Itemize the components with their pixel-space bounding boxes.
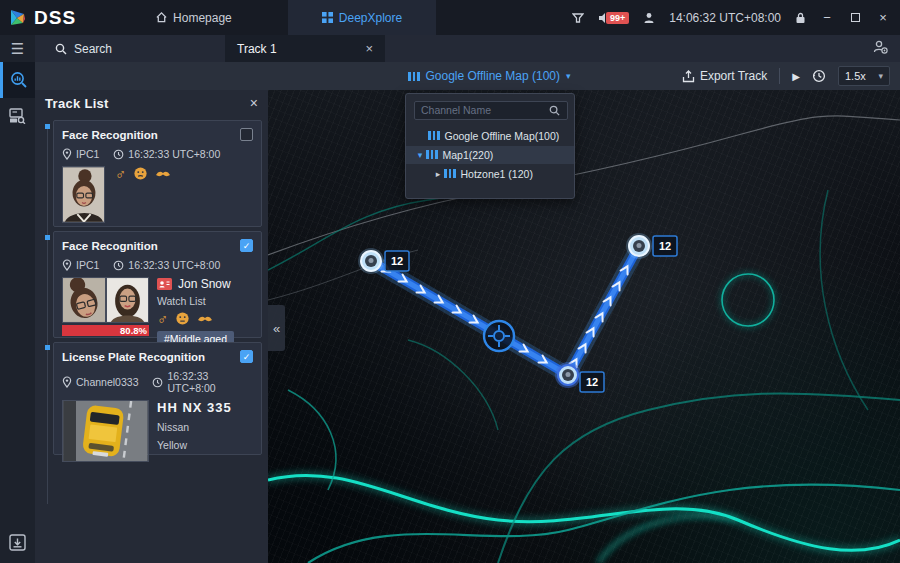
- clock-time: 14:06:32 UTC+08:00: [669, 11, 781, 25]
- svg-text:12: 12: [586, 376, 598, 388]
- locate-target-icon[interactable]: [484, 321, 514, 351]
- map-layers-icon: [444, 169, 456, 178]
- panel-collapse-handle[interactable]: «: [268, 305, 285, 351]
- maximize-button[interactable]: [848, 10, 862, 25]
- camera-marker-3[interactable]: [626, 233, 652, 259]
- person-name: Jon Snow: [178, 277, 231, 291]
- card-type-label: License Plate Recognition: [62, 351, 205, 363]
- track-card-face-1[interactable]: Face Recognition IPC1 16:32:33 UTC+8:00: [53, 120, 262, 227]
- export-icon: [682, 70, 695, 83]
- track-list-panel: Track List × Face Recognition IPC1 16:32…: [35, 90, 268, 563]
- tab-deepxplore[interactable]: DeepXplore: [288, 0, 436, 35]
- close-window-button[interactable]: ×: [876, 10, 890, 25]
- play-track-button[interactable]: ▶: [792, 71, 800, 82]
- chevron-down-icon[interactable]: ▾: [414, 150, 426, 160]
- timeline-dot: [45, 124, 50, 129]
- lock-icon[interactable]: [795, 12, 806, 24]
- tree-item-label: Google Offline Map(100): [445, 130, 560, 142]
- card-type-label: Face Recognition: [62, 240, 158, 252]
- map-selector-dropdown[interactable]: Google Offline Map (100) ▾: [408, 69, 571, 83]
- track-card-face-2[interactable]: Face Recognition ✓ IPC1 16:32:33 UTC+8:0…: [53, 231, 262, 338]
- tree-item-map1[interactable]: ▾ Map1(220): [406, 146, 574, 164]
- id-card-icon: [157, 278, 172, 290]
- svg-text:12: 12: [659, 240, 671, 252]
- attribute-icons: ♂: [115, 166, 171, 181]
- location-pin-icon: [62, 376, 72, 388]
- timeline-line: [47, 124, 48, 504]
- playback-speed-value: 1.5x: [845, 70, 866, 82]
- export-track-button[interactable]: Export Track: [682, 69, 767, 83]
- map-layers-icon: [408, 72, 420, 81]
- map-shoreline: [268, 116, 900, 255]
- attribute-icons: ♂: [157, 311, 234, 326]
- male-icon: ♂: [157, 311, 168, 326]
- camera-marker-2[interactable]: [555, 362, 581, 388]
- clock-icon: [113, 149, 124, 160]
- alarm-indicator[interactable]: 99+: [598, 12, 629, 24]
- card-type-label: Face Recognition: [62, 129, 158, 141]
- user-settings-icon[interactable]: [873, 40, 888, 54]
- playback-speed-select[interactable]: 1.5x ▾: [838, 66, 890, 86]
- history-icon[interactable]: [812, 69, 826, 83]
- clock-icon: [113, 260, 124, 271]
- tree-item-google-offline-map[interactable]: Google Offline Map(100): [414, 127, 566, 145]
- titlebar: DSS Homepage DeepXplore: [0, 0, 900, 35]
- similarity-value: 80.8%: [120, 325, 147, 336]
- tab-search-label: Search: [74, 42, 112, 56]
- face-snapshot[interactable]: [62, 166, 105, 223]
- menu-hamburger-icon[interactable]: ☰: [0, 35, 35, 62]
- male-icon: ♂: [115, 166, 126, 181]
- sidebar-item-record-search[interactable]: [0, 98, 35, 134]
- location-pin-icon: [62, 148, 72, 160]
- card-checkbox[interactable]: [240, 128, 253, 141]
- tree-item-hotzone1[interactable]: ▸ Hotzone1 (120): [414, 165, 566, 183]
- tab-track1-label: Track 1: [237, 42, 277, 56]
- search-icon[interactable]: [549, 105, 560, 116]
- app-logo: DSS: [0, 7, 90, 29]
- map-canvas[interactable]: 12 12 12 «: [268, 90, 900, 563]
- tab-search[interactable]: Search: [35, 35, 132, 62]
- chevron-down-icon: ▾: [566, 71, 571, 81]
- minimize-button[interactable]: −: [820, 10, 834, 25]
- card-checkbox[interactable]: ✓: [240, 350, 253, 363]
- tab-track1[interactable]: Track 1 ×: [225, 35, 385, 62]
- card-checkbox[interactable]: ✓: [240, 239, 253, 252]
- watch-list-label: Watch List: [157, 295, 234, 307]
- card-channel: Channel0333: [76, 376, 138, 388]
- map-selector-label: Google Offline Map (100): [426, 69, 561, 83]
- vehicle-brand: Nissan: [157, 421, 232, 433]
- search-icon: [55, 43, 67, 55]
- tab-track1-close-icon[interactable]: ×: [365, 41, 373, 56]
- user-icon[interactable]: [643, 12, 655, 24]
- tree-item-label: Hotzone1 (120): [461, 168, 533, 180]
- tab-homepage[interactable]: Homepage: [140, 0, 248, 35]
- track-toolbar: Google Offline Map (100) ▾ Export Track …: [35, 62, 900, 90]
- sidebar-item-deepxplore-search[interactable]: [0, 62, 35, 98]
- card-channel: IPC1: [76, 148, 99, 160]
- alarm-count-badge: 99+: [606, 12, 629, 24]
- track-list-title: Track List: [45, 96, 109, 111]
- dss-application-window: DSS Homepage DeepXplore: [0, 0, 900, 563]
- camera-marker-1[interactable]: [358, 248, 384, 274]
- filter-icon[interactable]: [572, 12, 584, 24]
- channel-name-input[interactable]: [414, 101, 568, 120]
- face-match-photo[interactable]: [106, 277, 149, 323]
- sidebar-item-download-center[interactable]: [0, 527, 35, 557]
- camera-marker-2-label: 12: [580, 372, 604, 392]
- timeline-dot: [45, 235, 50, 240]
- camera-marker-3-label: 12: [653, 236, 677, 256]
- mustache-icon: [155, 169, 171, 178]
- download-icon: [9, 534, 26, 551]
- plate-number: HH NX 335: [157, 400, 232, 415]
- clock-icon: [152, 377, 163, 388]
- map-layers-icon: [428, 131, 440, 140]
- tree-item-label: Map1(220): [443, 149, 494, 161]
- face-snapshot[interactable]: [62, 277, 106, 323]
- track-list-close-icon[interactable]: ×: [250, 95, 258, 111]
- record-search-icon: [9, 108, 26, 124]
- card-time: 16:32:33 UTC+8:00: [167, 370, 253, 394]
- grid-icon: [322, 12, 333, 23]
- chevron-right-icon[interactable]: ▸: [432, 169, 444, 179]
- vehicle-snapshot[interactable]: [62, 400, 149, 462]
- track-card-plate[interactable]: License Plate Recognition ✓ Channel0333 …: [53, 342, 262, 455]
